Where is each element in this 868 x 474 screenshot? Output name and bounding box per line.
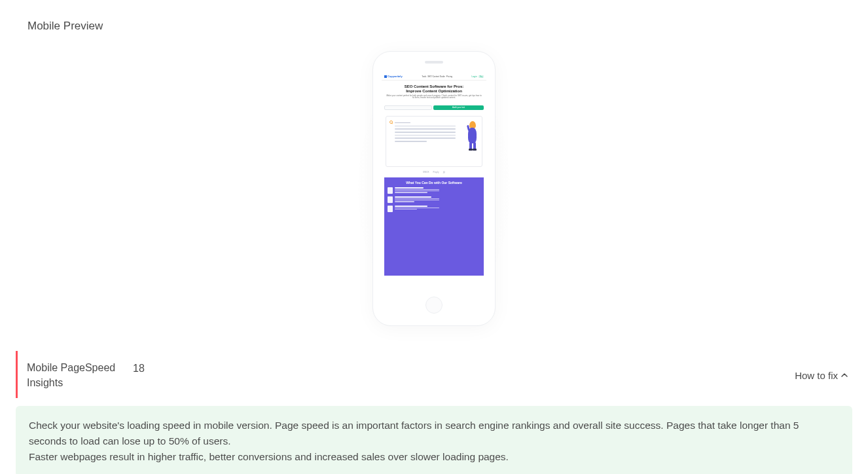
phone-screen: Copywritely Tools SEO Content Guide Pric…: [382, 73, 486, 276]
url-input: [384, 105, 432, 110]
tip-text-1: Check your website's loading speed in mo…: [29, 418, 839, 449]
phone-frame: Copywritely Tools SEO Content Guide Pric…: [372, 51, 496, 326]
hero-subtitle: Make your content perfect for both peopl…: [383, 94, 485, 101]
site-nav: Tools SEO Content Guide Pricing: [422, 75, 452, 78]
pagespeed-label: Mobile PageSpeed Insights: [27, 360, 118, 390]
search-icon: [389, 120, 393, 124]
how-to-fix-toggle[interactable]: How to fix: [795, 370, 848, 381]
hero-title-line2: Improve Content Optimization: [383, 89, 485, 94]
site-logo: Copywritely: [384, 75, 403, 78]
document-icon: [388, 187, 393, 194]
hero-section: SEO Content Software for Pros: Improve C…: [382, 81, 486, 103]
features-section: What You Can Do with Our Software: [384, 177, 484, 276]
phone-speaker-icon: [425, 61, 443, 64]
chevron-up-icon: [841, 370, 848, 381]
feature-item: [388, 196, 480, 203]
illustration-card: [386, 116, 482, 167]
feature-item: [388, 206, 480, 212]
pagespeed-insights-card: Mobile PageSpeed Insights 18 How to fix …: [10, 351, 858, 474]
brand-logos-row: OWOX Preply jiji: [382, 170, 486, 176]
hero-cta-row: Audit your text: [382, 103, 486, 112]
document-icon: [388, 196, 393, 203]
phone-home-button-icon: [425, 297, 443, 314]
mobile-preview-heading: Mobile Preview: [10, 0, 858, 33]
pagespeed-score: 18: [133, 360, 145, 376]
tip-text-2: Faster webpages result in higher traffic…: [29, 449, 839, 465]
site-auth: Log in Try: [472, 75, 484, 78]
person-illustration-icon: [459, 120, 479, 163]
phone-preview-area: Copywritely Tools SEO Content Guide Pric…: [10, 51, 858, 326]
feature-item: [388, 187, 480, 194]
hero-title-line1: SEO Content Software for Pros:: [383, 84, 485, 89]
document-icon: [388, 206, 393, 212]
features-title: What You Can Do with Our Software: [388, 181, 480, 185]
tip-box: Check your website's loading speed in mo…: [16, 406, 852, 474]
audit-button: Audit your text: [433, 105, 484, 110]
